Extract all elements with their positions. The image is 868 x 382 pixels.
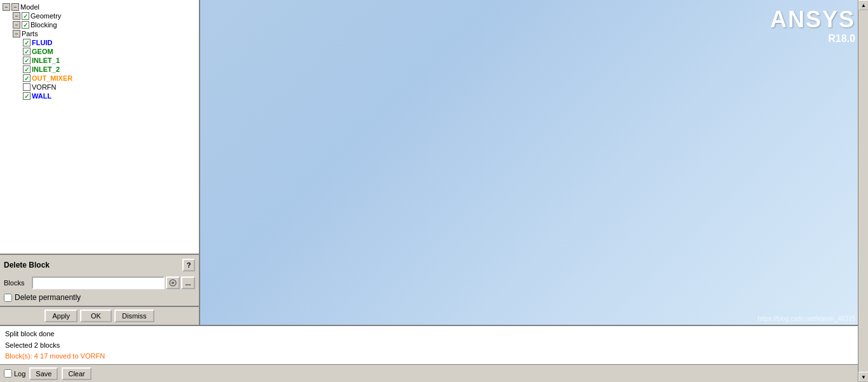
main-layout: − − Model − ✓ Geometry − ✓ Blocking bbox=[0, 0, 868, 382]
console-line-1: Split block done bbox=[5, 329, 855, 340]
checkbox-inlet1[interactable]: ✓ bbox=[23, 57, 31, 64]
select-icon-button[interactable] bbox=[166, 276, 180, 289]
tree-item-wall[interactable]: ✓ WALL bbox=[23, 92, 196, 100]
more-options-button[interactable]: ... bbox=[181, 276, 195, 289]
expand-icon-model[interactable]: − bbox=[3, 3, 10, 11]
geometry-label: Geometry bbox=[31, 12, 61, 20]
watermark: https://blog.csdn.net/walvin_48315 bbox=[758, 315, 855, 322]
console-area: Split block done Selected 2 blocks Block… bbox=[0, 325, 868, 382]
tree-item-inlet1[interactable]: ✓ INLET_1 bbox=[23, 56, 196, 65]
vorfn-label: VORFN bbox=[32, 83, 57, 91]
tree-item-geometry[interactable]: − ✓ Geometry bbox=[13, 11, 196, 20]
console-scrollbar: ▲ ▼ bbox=[858, 326, 868, 364]
checkbox-geometry[interactable]: ✓ bbox=[22, 12, 29, 20]
log-checkbox-label: Log bbox=[4, 369, 25, 378]
blocks-input[interactable] bbox=[32, 276, 165, 289]
inlet1-label: INLET_1 bbox=[32, 57, 60, 64]
panel-header: Delete Block ? bbox=[4, 259, 195, 271]
expand-icon-blocking[interactable]: − bbox=[13, 21, 20, 29]
geom-label: GEOM bbox=[32, 48, 53, 55]
model-label: Model bbox=[20, 3, 39, 11]
svg-point-1 bbox=[172, 282, 174, 284]
console-bottom-bar: Log Save Clear bbox=[0, 364, 868, 382]
expand-icon-geo[interactable]: − bbox=[13, 12, 20, 20]
tree-item-model[interactable]: − − Model bbox=[3, 3, 196, 11]
blocks-label: Blocks bbox=[4, 279, 29, 287]
delete-perm-label: Delete permanently bbox=[15, 293, 81, 302]
bottom-buttons: Apply OK Dismiss bbox=[0, 306, 200, 325]
fluid-label: FLUID bbox=[32, 39, 52, 46]
blocking-label: Blocking bbox=[31, 21, 57, 29]
wall-label: WALL bbox=[32, 92, 51, 100]
tree-item-vorfn[interactable]: VORFN bbox=[23, 83, 196, 92]
clear-button[interactable]: Clear bbox=[62, 367, 91, 380]
geometry-svg: X Y bbox=[200, 0, 391, 95]
delete-block-panel: Delete Block ? Blocks ... bbox=[0, 255, 199, 306]
delete-perm-row: Delete permanently bbox=[4, 293, 195, 302]
console-line-3: Block(s): 4 17 moved to VORFN bbox=[5, 351, 855, 362]
tree-item-outlet[interactable]: ✓ OUT_MIXER bbox=[23, 74, 196, 83]
outlet-label: OUT_MIXER bbox=[32, 74, 72, 82]
left-panel: − − Model − ✓ Geometry − ✓ Blocking bbox=[0, 0, 200, 325]
checkbox-outlet[interactable]: ✓ bbox=[23, 74, 31, 82]
tree-item-fluid[interactable]: ✓ FLUID bbox=[23, 38, 196, 47]
ok-button[interactable]: OK bbox=[80, 310, 112, 322]
blocks-row: Blocks ... bbox=[4, 276, 195, 289]
tree-area: − − Model − ✓ Geometry − ✓ Blocking bbox=[0, 0, 199, 255]
expand-icon-parts[interactable]: − bbox=[13, 30, 20, 38]
checkbox-vorfn[interactable] bbox=[23, 83, 31, 91]
ansys-logo: ANSYS bbox=[770, 6, 855, 33]
parts-label: Parts bbox=[22, 30, 38, 38]
scroll-track[interactable] bbox=[858, 326, 868, 364]
panel-title: Delete Block bbox=[4, 261, 50, 269]
delete-permanently-checkbox[interactable] bbox=[4, 294, 12, 302]
console-output: Split block done Selected 2 blocks Block… bbox=[0, 326, 868, 364]
log-label: Log bbox=[14, 370, 25, 378]
expand-icon-model2[interactable]: − bbox=[11, 3, 19, 11]
tree-item-inlet2[interactable]: ✓ INLET_2 bbox=[23, 65, 196, 74]
checkbox-geom[interactable]: ✓ bbox=[23, 48, 31, 55]
console-line-2: Selected 2 blocks bbox=[5, 340, 855, 351]
checkbox-wall[interactable]: ✓ bbox=[23, 92, 31, 100]
save-button[interactable]: Save bbox=[29, 367, 58, 380]
inlet2-label: INLET_2 bbox=[32, 65, 60, 73]
tree-item-blocking[interactable]: − ✓ Blocking bbox=[13, 20, 196, 29]
apply-button[interactable]: Apply bbox=[44, 310, 78, 322]
tree-item-geom[interactable]: ✓ GEOM bbox=[23, 47, 196, 56]
select-icon bbox=[168, 278, 177, 287]
help-button[interactable]: ? bbox=[182, 259, 195, 271]
ansys-version: R18.0 bbox=[828, 33, 855, 44]
checkbox-fluid[interactable]: ✓ bbox=[23, 39, 31, 46]
checkbox-inlet2[interactable]: ✓ bbox=[23, 65, 31, 73]
dismiss-button[interactable]: Dismiss bbox=[114, 310, 154, 322]
top-area: − − Model − ✓ Geometry − ✓ Blocking bbox=[0, 0, 868, 325]
tree-item-parts[interactable]: − Parts bbox=[13, 29, 196, 38]
checkbox-blocking[interactable]: ✓ bbox=[22, 21, 29, 29]
viewport[interactable]: ANSYS R18.0 bbox=[200, 0, 868, 325]
log-checkbox[interactable] bbox=[4, 369, 12, 378]
